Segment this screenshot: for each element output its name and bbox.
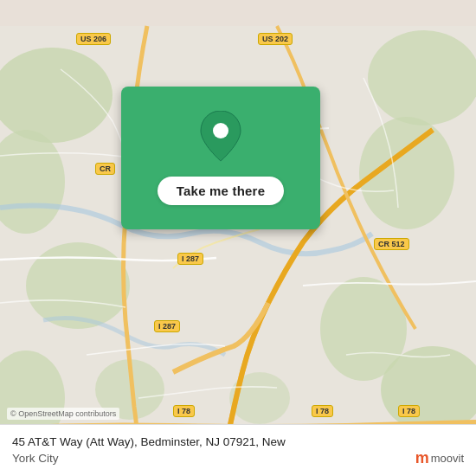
svg-point-4 — [368, 30, 476, 125]
road-label-cr512: CR 512 — [374, 238, 409, 250]
road-label-i78c: I 78 — [398, 405, 420, 417]
address-line2: York City — [12, 452, 59, 465]
map-attribution: © OpenStreetMap contributors — [7, 408, 119, 420]
address-line1: 45 AT&T Way (Att Way), Bedminster, NJ 07… — [12, 435, 286, 448]
take-me-there-button[interactable]: Take me there — [158, 177, 284, 205]
road-label-i78a: I 78 — [173, 405, 195, 417]
moovit-m-letter: m — [415, 450, 429, 466]
moovit-brand-text: moovit — [431, 452, 464, 465]
address-display: 45 AT&T Way (Att Way), Bedminster, NJ 07… — [12, 434, 286, 466]
road-label-us206: US 206 — [76, 33, 111, 45]
svg-point-3 — [26, 242, 130, 329]
map-container: US 206US 202I 287I 287I 78I 78I 78CRCR 5… — [0, 0, 476, 476]
road-label-cr: CR — [95, 163, 115, 175]
svg-point-11 — [213, 123, 228, 138]
location-card[interactable]: Take me there — [121, 87, 320, 229]
location-pin — [199, 111, 242, 163]
bottom-info-bar: 45 AT&T Way (Att Way), Bedminster, NJ 07… — [0, 424, 476, 476]
moovit-logo: m moovit — [415, 450, 464, 466]
road-label-us202: US 202 — [258, 33, 293, 45]
road-label-i287a: I 287 — [177, 253, 203, 265]
road-label-i78b: I 78 — [312, 405, 333, 417]
road-label-i287b: I 287 — [154, 320, 180, 332]
